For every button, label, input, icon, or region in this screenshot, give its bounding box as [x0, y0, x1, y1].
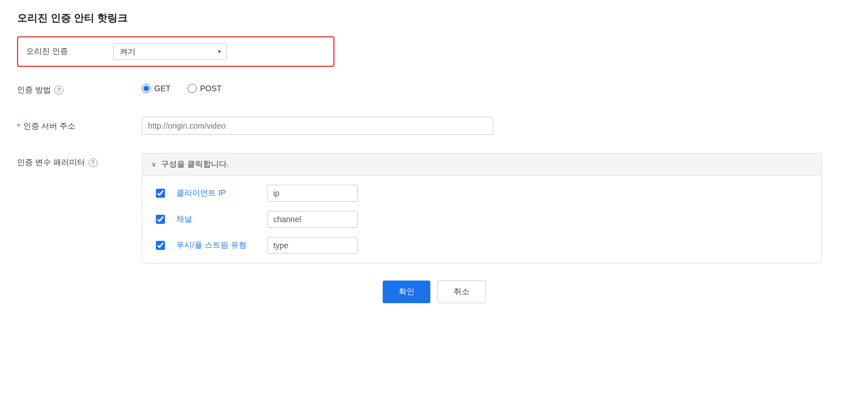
radio-post-input[interactable]	[188, 84, 197, 93]
radio-get[interactable]: GET	[142, 84, 171, 93]
params-header-text: 구성을 클릭합니다.	[161, 159, 229, 169]
auth-method-label: 인증 방법 ?	[17, 80, 142, 95]
button-row: 확인 취소	[17, 281, 851, 315]
auth-params-row: 인증 변수 패러미터 ? ∨ 구성을 클릭합니다. 클라이언트 IP	[17, 153, 851, 264]
param-checkbox-channel[interactable]	[156, 215, 165, 224]
params-section: ∨ 구성을 클릭합니다. 클라이언트 IP 채널	[142, 153, 822, 264]
radio-get-input[interactable]	[142, 84, 151, 93]
page-title: 오리진 인증 안티 핫링크	[17, 11, 851, 25]
origin-auth-box: 오리진 인증 켜기 꺼기 ▾	[17, 36, 335, 67]
auth-params-label: 인증 변수 패러미터 ?	[17, 153, 142, 168]
auth-method-control: GET POST	[142, 80, 851, 93]
cancel-button[interactable]: 취소	[437, 281, 486, 303]
confirm-button[interactable]: 확인	[383, 281, 430, 303]
param-input-stream-type[interactable]	[267, 237, 358, 254]
origin-auth-label: 오리진 인증	[26, 46, 68, 57]
required-mark: *	[17, 122, 20, 131]
origin-auth-select-wrapper: 켜기 꺼기 ▾	[113, 43, 227, 60]
param-checkbox-client-ip[interactable]	[156, 189, 165, 198]
form-container: 오리진 인증 켜기 꺼기 ▾ 인증 방법 ? GET POST	[17, 36, 851, 264]
auth-server-row: * 인증 서버 주소	[17, 117, 851, 139]
param-row-channel: 채널	[156, 211, 808, 228]
radio-get-label: GET	[154, 84, 171, 93]
auth-params-help-icon: ?	[88, 158, 98, 167]
auth-method-row: 인증 방법 ? GET POST	[17, 80, 851, 103]
auth-server-input[interactable]	[142, 117, 493, 135]
params-header[interactable]: ∨ 구성을 클릭합니다.	[142, 154, 822, 176]
auth-params-control: ∨ 구성을 클릭합니다. 클라이언트 IP 채널	[142, 153, 851, 264]
auth-server-control	[142, 117, 851, 135]
origin-auth-select[interactable]: 켜기 꺼기	[113, 43, 227, 60]
param-input-channel[interactable]	[267, 211, 358, 228]
params-body: 클라이언트 IP 채널 푸시/풀 스트림 유형	[142, 176, 822, 263]
auth-method-help-icon: ?	[54, 86, 63, 95]
origin-auth-row: 오리진 인증 켜기 꺼기 ▾	[17, 36, 851, 67]
param-row-stream-type: 푸시/풀 스트림 유형	[156, 237, 808, 254]
param-input-client-ip[interactable]	[267, 185, 358, 202]
param-name-channel: 채널	[176, 214, 256, 224]
chevron-down-icon: ∨	[151, 160, 156, 168]
radio-post-label: POST	[200, 84, 222, 93]
param-checkbox-stream-type[interactable]	[156, 241, 165, 250]
radio-post[interactable]: POST	[188, 84, 222, 93]
param-name-client-ip: 클라이언트 IP	[176, 188, 256, 198]
param-name-stream-type: 푸시/풀 스트림 유형	[176, 240, 256, 250]
param-row-client-ip: 클라이언트 IP	[156, 185, 808, 202]
auth-server-label: * 인증 서버 주소	[17, 117, 142, 131]
